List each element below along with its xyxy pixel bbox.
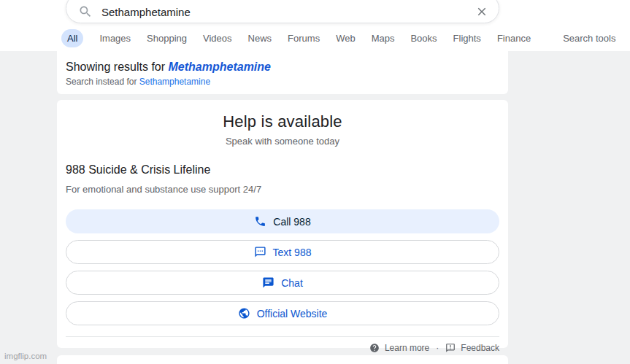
lifeline-description: For emotional and substance use support … bbox=[66, 184, 499, 195]
original-query-link[interactable]: Sethamphetamine bbox=[139, 77, 210, 87]
tab-images[interactable]: Images bbox=[99, 33, 131, 44]
search-instead-prefix: Search instead for bbox=[66, 77, 139, 87]
corrected-query-link[interactable]: Methamphetamine bbox=[169, 61, 271, 73]
message-icon bbox=[254, 246, 266, 258]
feedback-icon bbox=[445, 343, 456, 353]
text-988-label: Text 988 bbox=[273, 247, 312, 258]
search-instead-line: Search instead for Sethamphetamine bbox=[66, 77, 499, 87]
footer-feedback-link[interactable]: Feedback bbox=[461, 343, 499, 353]
footer-separator: · bbox=[434, 343, 440, 353]
lifeline-name: 988 Suicide & Crisis Lifeline bbox=[66, 163, 499, 177]
search-tools-button[interactable]: Search tools bbox=[563, 33, 615, 44]
tab-news[interactable]: News bbox=[248, 33, 272, 44]
help-card-footer: Learn more · Feedback bbox=[66, 341, 499, 354]
call-988-label: Call 988 bbox=[273, 216, 310, 228]
result-type-tabs: All Images Shopping Videos News Forums W… bbox=[61, 29, 630, 47]
tab-forums[interactable]: Forums bbox=[288, 33, 320, 44]
close-icon[interactable] bbox=[475, 5, 488, 18]
chat-icon bbox=[262, 276, 274, 289]
tab-shopping[interactable]: Shopping bbox=[147, 33, 187, 44]
text-988-button[interactable]: Text 988 bbox=[66, 240, 499, 264]
tab-web[interactable]: Web bbox=[336, 33, 356, 44]
call-988-button[interactable]: Call 988 bbox=[66, 209, 499, 233]
imgflip-watermark: imgflip.com bbox=[4, 352, 47, 360]
showing-results-prefix: Showing results for bbox=[66, 61, 169, 73]
help-card-title: Help is available bbox=[66, 112, 499, 131]
tab-all[interactable]: All bbox=[61, 29, 83, 47]
chat-button[interactable]: Chat bbox=[66, 271, 499, 295]
tab-flights[interactable]: Flights bbox=[453, 33, 481, 44]
search-icon bbox=[78, 4, 93, 19]
footer-divider bbox=[66, 336, 499, 337]
search-bar[interactable] bbox=[66, 0, 499, 23]
search-header: All Images Shopping Videos News Forums W… bbox=[0, 0, 630, 51]
chat-label: Chat bbox=[281, 277, 303, 289]
official-website-label: Official Website bbox=[257, 308, 328, 320]
help-actions: Call 988 Text 988 Chat Official Website bbox=[66, 209, 499, 325]
official-website-button[interactable]: Official Website bbox=[66, 301, 499, 325]
tab-books[interactable]: Books bbox=[410, 33, 437, 44]
showing-results-line: Showing results for Methamphetamine bbox=[66, 61, 499, 74]
globe-icon bbox=[238, 307, 250, 320]
phone-icon bbox=[254, 215, 266, 228]
learn-more-link[interactable]: Learn more bbox=[385, 343, 429, 353]
search-input[interactable] bbox=[101, 6, 475, 18]
crisis-help-card: Help is available Speak with someone tod… bbox=[57, 100, 508, 348]
next-result-card bbox=[57, 355, 508, 364]
help-circle-icon bbox=[369, 343, 380, 353]
tab-maps[interactable]: Maps bbox=[372, 33, 395, 44]
spell-correction-card: Showing results for Methamphetamine Sear… bbox=[57, 51, 508, 94]
tab-finance[interactable]: Finance bbox=[497, 33, 531, 44]
tab-videos[interactable]: Videos bbox=[203, 33, 232, 44]
help-card-subtitle: Speak with someone today bbox=[66, 136, 499, 147]
google-search-results-page: All Images Shopping Videos News Forums W… bbox=[0, 0, 630, 364]
